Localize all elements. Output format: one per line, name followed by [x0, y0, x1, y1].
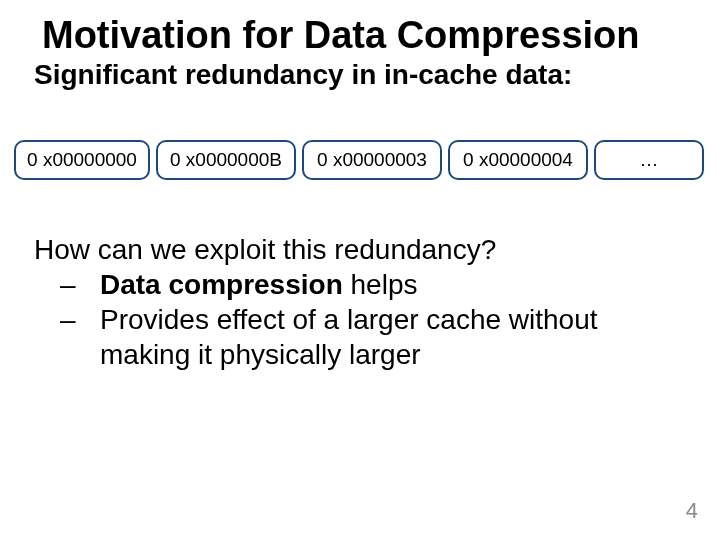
slide-subtitle: Significant redundancy in in-cache data: — [0, 57, 720, 91]
hex-cell-3: 0 x00000004 — [448, 140, 588, 180]
bullet-1: –Data compression helps — [34, 267, 680, 302]
bullet-2: –Provides effect of a larger cache witho… — [34, 302, 680, 372]
dash-icon: – — [80, 302, 100, 337]
hex-cell-2: 0 x00000003 — [302, 140, 442, 180]
hex-cell-ellipsis: … — [594, 140, 704, 180]
dash-icon: – — [80, 267, 100, 302]
page-title: Motivation for Data Compression — [0, 0, 720, 57]
page-number: 4 — [686, 498, 698, 524]
bullet-1-rest: helps — [343, 269, 418, 300]
slide: Motivation for Data Compression Signific… — [0, 0, 720, 540]
hex-cell-1: 0 x0000000B — [156, 140, 296, 180]
body-question: How can we exploit this redundancy? — [34, 232, 680, 267]
hex-value-row: 0 x00000000 0 x0000000B 0 x00000003 0 x0… — [14, 140, 710, 180]
hex-cell-0: 0 x00000000 — [14, 140, 150, 180]
bullet-2-text: Provides effect of a larger cache withou… — [100, 304, 598, 370]
body-text: How can we exploit this redundancy? –Dat… — [34, 232, 680, 372]
bullet-1-bold: Data compression — [100, 269, 343, 300]
